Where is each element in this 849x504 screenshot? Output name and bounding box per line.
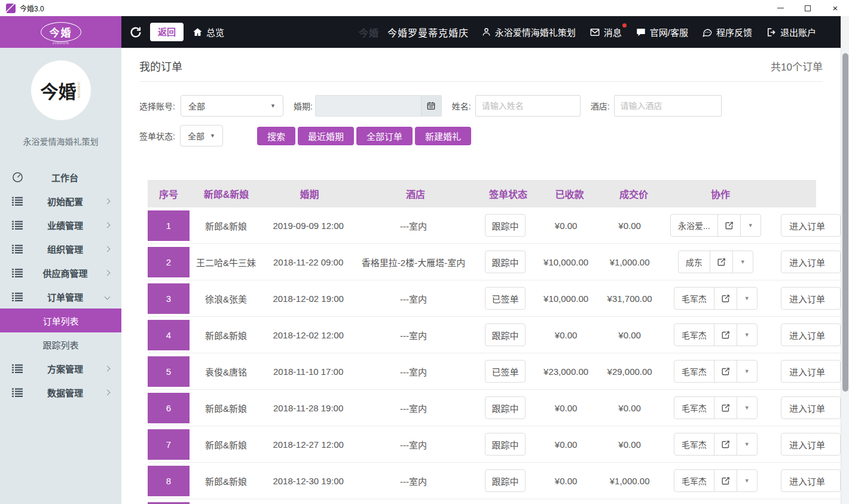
enter-order-button[interactable]: 进入订单 xyxy=(781,214,841,237)
new-wedding-button[interactable]: 新建婚礼 xyxy=(415,127,471,145)
caret-down-icon: ▼ xyxy=(270,103,276,109)
sidebar-item-3[interactable]: 组织管理 xyxy=(0,237,121,261)
sidebar-item-1[interactable]: 初始配置 xyxy=(0,189,121,213)
table-row: 4新郎&新娘2018-12-02 12:00---室内跟踪中¥0.00¥0.00… xyxy=(148,317,841,353)
collab-button-group: 毛军杰▼ xyxy=(674,287,758,310)
search-button[interactable]: 搜索 xyxy=(257,127,295,145)
status-badge: 跟踪中 xyxy=(485,433,526,456)
back-button[interactable]: 返回 xyxy=(150,23,184,41)
hotel-input[interactable] xyxy=(614,95,722,117)
name-input[interactable] xyxy=(475,95,581,117)
account-select-value: 全部 xyxy=(188,100,205,112)
sidebar-item-5[interactable]: 订单管理 xyxy=(0,285,121,308)
collab-dropdown-toggle[interactable]: ▼ xyxy=(737,288,757,309)
collaborator-button[interactable]: 毛军杰 xyxy=(674,433,714,455)
sidebar-item-2[interactable]: 业绩管理 xyxy=(0,213,121,237)
share-button[interactable] xyxy=(714,361,737,382)
row-number-wrap: 6 xyxy=(148,393,190,423)
enter-order-button[interactable]: 进入订单 xyxy=(781,323,841,346)
enter-order-button[interactable]: 进入订单 xyxy=(781,251,841,273)
enter-order-button[interactable]: 进入订单 xyxy=(781,396,841,419)
collaborator-button[interactable]: 毛军杰 xyxy=(674,324,714,346)
share-button[interactable] xyxy=(710,251,732,273)
refresh-icon xyxy=(129,26,142,39)
table-rows: 1新郎&新娘2019-09-09 12:00---室内跟踪中¥0.00¥0.00… xyxy=(148,207,841,504)
row-number-wrap: 2 xyxy=(148,247,190,277)
sidebar-item-4[interactable]: 供应商管理 xyxy=(0,261,121,285)
top-navbar: 今婚 JINHUN 返回 总览 今婚 今婚罗曼蒂克婚庆 永浴爱情海婚礼策划 消息 xyxy=(0,16,849,48)
logout-button[interactable]: 退出账户 xyxy=(766,26,816,38)
account-menu[interactable]: 永浴爱情海婚礼策划 xyxy=(481,26,576,38)
share-button[interactable] xyxy=(714,433,737,455)
collaborator-button[interactable]: 成东 xyxy=(679,251,710,273)
header-couple: 新郎&新娘 xyxy=(190,187,263,201)
vertical-scrollbar[interactable] xyxy=(841,16,849,504)
table-row: ▼进入订单 xyxy=(148,499,841,504)
sidebar-item-label: 组织管理 xyxy=(25,243,105,255)
collab-dropdown-toggle[interactable]: ▼ xyxy=(737,324,757,346)
collaborator-button[interactable]: 毛军杰 xyxy=(674,397,714,419)
account-select[interactable]: 全部 ▼ xyxy=(181,95,283,117)
share-button[interactable] xyxy=(714,324,737,346)
collab-dropdown-toggle[interactable]: ▼ xyxy=(737,433,757,455)
close-button[interactable]: × xyxy=(821,0,849,16)
received-amount: ¥0.00 xyxy=(538,476,594,486)
sidebar-item-8[interactable]: 方案管理 xyxy=(0,356,121,380)
status-select[interactable]: 全部 ▼ xyxy=(180,125,223,146)
row-number: 8 xyxy=(148,466,190,496)
scrollbar-thumb[interactable] xyxy=(842,53,848,392)
table-row: 3徐浪&张美2018-12-02 19:00---室内已签单¥10,000.00… xyxy=(148,280,841,317)
wedding-date-input[interactable] xyxy=(315,95,442,117)
collaborator-button[interactable]: 毛军杰 xyxy=(674,361,714,382)
collab-dropdown-toggle[interactable]: ▼ xyxy=(737,470,757,491)
collab-button-group: 毛军杰▼ xyxy=(674,360,758,383)
couple-names: 袁俊&唐铭 xyxy=(190,365,262,378)
sidebar-subitem-6[interactable]: 订单列表 xyxy=(0,308,121,332)
share-button[interactable] xyxy=(717,215,740,236)
collaborator-button[interactable]: 毛军杰 xyxy=(674,288,714,309)
enter-order-button[interactable]: 进入订单 xyxy=(781,433,841,456)
sidebar-item-0[interactable]: 工作台 xyxy=(0,165,121,189)
refresh-button[interactable] xyxy=(129,26,142,39)
collab-dropdown-toggle[interactable]: ▼ xyxy=(737,397,757,419)
share-button[interactable] xyxy=(714,470,737,491)
feedback-button[interactable]: 程序反馈 xyxy=(702,26,752,38)
maximize-button[interactable] xyxy=(794,0,821,16)
logout-label: 退出账户 xyxy=(780,26,816,38)
collab-dropdown-toggle[interactable]: ▼ xyxy=(737,361,757,382)
row-number-wrap: 1 xyxy=(148,210,190,241)
date-filter-label: 婚期: xyxy=(294,100,313,112)
share-icon xyxy=(716,257,726,267)
minimize-button[interactable] xyxy=(766,0,794,16)
list-icon-wrap xyxy=(12,292,25,301)
chevron-right-icon xyxy=(105,389,111,395)
list-icon xyxy=(12,221,23,230)
collab-dropdown-toggle[interactable]: ▼ xyxy=(732,251,753,273)
sidebar-item-label: 供应商管理 xyxy=(25,267,105,279)
overview-button[interactable]: 总览 xyxy=(193,26,224,38)
hotel-name: ---室内 xyxy=(354,438,472,451)
collaborator-button[interactable]: 永浴爱... xyxy=(671,215,717,236)
all-orders-button[interactable]: 全部订单 xyxy=(356,127,413,145)
collab-cell: 毛军杰▼ xyxy=(665,323,766,346)
collab-dropdown-toggle[interactable]: ▼ xyxy=(740,215,761,236)
share-icon xyxy=(720,476,731,486)
collaborator-button[interactable]: 毛军杰 xyxy=(674,470,714,491)
recent-weddings-button[interactable]: 最近婚期 xyxy=(298,127,354,145)
enter-order-button[interactable]: 进入订单 xyxy=(781,360,841,383)
chevron-right-icon xyxy=(105,222,111,228)
deal-price: ¥31,700.00 xyxy=(594,294,665,304)
sidebar-subitem-7[interactable]: 跟踪列表 xyxy=(0,332,121,356)
chevron-right-icon xyxy=(105,246,111,252)
row-number xyxy=(148,502,190,504)
share-icon xyxy=(720,403,731,413)
enter-order-button[interactable]: 进入订单 xyxy=(781,469,841,492)
share-button[interactable] xyxy=(714,397,737,419)
collab-cell: 毛军杰▼ xyxy=(665,396,766,419)
support-button[interactable]: 官网/客服 xyxy=(636,26,688,38)
enter-order-button[interactable]: 进入订单 xyxy=(781,287,841,310)
share-button[interactable] xyxy=(714,288,737,309)
calendar-button[interactable] xyxy=(421,96,441,116)
sidebar-item-9[interactable]: 数据管理 xyxy=(0,380,121,404)
messages-button[interactable]: 消息 xyxy=(590,26,622,38)
